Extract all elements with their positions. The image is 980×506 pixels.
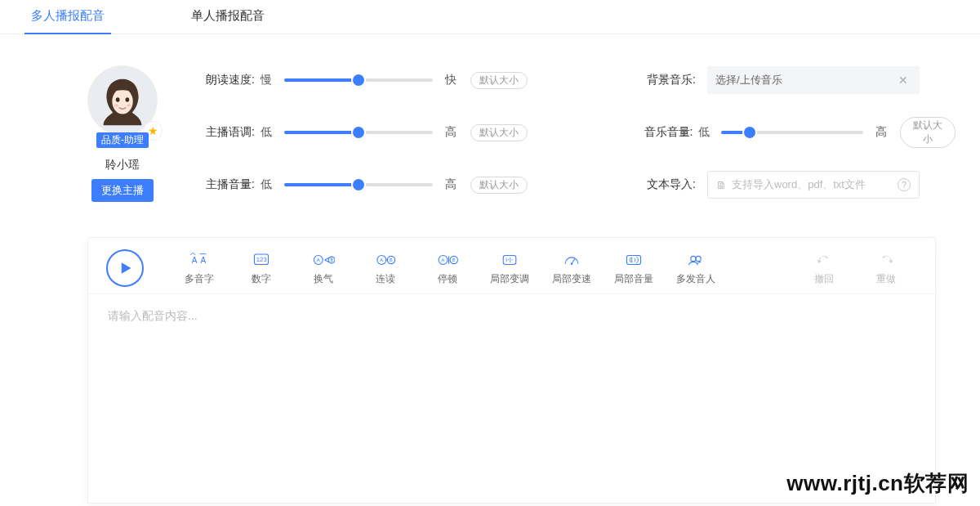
undo-icon xyxy=(813,251,835,269)
text-import-hint: 支持导入word、pdf、txt文件 xyxy=(732,177,866,192)
multi-speaker-icon xyxy=(684,251,707,269)
tool-redo[interactable]: 重做 xyxy=(855,251,917,286)
speed-reset-button[interactable]: 默认大小 xyxy=(470,72,528,89)
svg-text:A: A xyxy=(380,257,384,262)
breath-icon: AB xyxy=(312,251,335,269)
speed-label: 朗读速度: xyxy=(188,73,255,87)
svg-point-34 xyxy=(696,256,701,261)
local-volume-icon xyxy=(622,251,645,269)
volume-low: 低 xyxy=(255,177,278,192)
play-button[interactable] xyxy=(106,249,144,287)
tool-multi-speaker-label: 多发音人 xyxy=(676,272,715,286)
tone-label: 主播语调: xyxy=(188,125,255,140)
tool-polyphonic-label: 多音字 xyxy=(185,272,214,286)
svg-point-33 xyxy=(691,256,696,261)
tool-liaison-label: 连读 xyxy=(376,272,395,286)
editor-panel: A A 多音字 123 数字 AB 换气 AB 连读 xyxy=(87,237,936,504)
speed-slider[interactable] xyxy=(284,78,433,82)
text-import-button[interactable]: 🗎 支持导入word、pdf、txt文件 ? xyxy=(707,171,920,199)
tab-multi-voice[interactable]: 多人播报配音 xyxy=(24,0,111,34)
tone-low: 低 xyxy=(255,125,278,140)
bgm-label: 背景音乐: xyxy=(629,73,696,87)
row-text-import: 文本导入: 🗎 支持导入word、pdf、txt文件 ? xyxy=(629,170,956,199)
speed-high: 快 xyxy=(439,73,462,87)
tool-local-volume-label: 局部音量 xyxy=(614,272,653,286)
bgm-input[interactable]: 选择/上传音乐 ✕ xyxy=(707,66,920,94)
tool-multi-speaker[interactable]: 多发音人 xyxy=(665,251,727,286)
svg-text:B: B xyxy=(331,257,334,262)
polyphonic-icon: A A xyxy=(188,251,211,269)
anchor-quality-tag: 品质-助理 xyxy=(96,132,149,148)
svg-rect-25 xyxy=(503,255,516,264)
music-volume-label: 音乐音量: xyxy=(629,125,693,140)
tool-local-speed[interactable]: 局部变速 xyxy=(541,251,603,286)
liaison-icon: AB xyxy=(374,251,397,269)
tone-high: 高 xyxy=(439,125,462,140)
tool-pause[interactable]: AB 停顿 xyxy=(416,251,479,286)
watermark-text: www.rjtj.cn软荐网 xyxy=(786,469,969,498)
help-icon[interactable]: ? xyxy=(898,178,911,191)
svg-text:A: A xyxy=(201,255,207,264)
svg-point-31 xyxy=(571,262,572,264)
svg-point-1 xyxy=(112,88,132,114)
svg-rect-32 xyxy=(626,255,640,264)
tool-local-speed-label: 局部变速 xyxy=(552,272,591,286)
svg-point-3 xyxy=(126,97,130,101)
volume-high: 高 xyxy=(439,177,462,192)
tone-slider[interactable] xyxy=(284,131,433,134)
page-tabs: 多人播报配音 单人播报配音 xyxy=(0,0,980,34)
music-volume-slider[interactable] xyxy=(721,131,863,134)
tool-breath-label: 换气 xyxy=(314,272,333,286)
svg-point-5 xyxy=(127,104,131,106)
tool-local-pitch-label: 局部变调 xyxy=(490,272,529,286)
row-music-volume: 音乐音量: 低 高 默认大小 xyxy=(629,118,956,147)
svg-text:A: A xyxy=(192,255,198,264)
row-reading-speed: 朗读速度: 慢 快 默认大小 xyxy=(188,65,596,95)
svg-text:A: A xyxy=(316,257,320,262)
volume-reset-button[interactable]: 默认大小 xyxy=(470,177,528,194)
tool-pause-label: 停顿 xyxy=(438,272,457,286)
settings-panel: ★ 品质-助理 聆小瑶 更换主播 朗读速度: 慢 快 默认大小 主播语调: 低 … xyxy=(0,34,980,222)
tool-polyphonic[interactable]: A A 多音字 xyxy=(168,251,230,286)
tool-undo-label: 撤回 xyxy=(814,272,834,286)
local-pitch-icon xyxy=(498,251,521,269)
document-icon: 🗎 xyxy=(716,179,727,191)
tab-single-voice[interactable]: 单人播报配音 xyxy=(185,0,271,34)
row-bgm: 背景音乐: 选择/上传音乐 ✕ xyxy=(629,65,956,95)
music-volume-low: 低 xyxy=(693,125,715,140)
bgm-placeholder: 选择/上传音乐 xyxy=(715,73,895,87)
svg-text:123: 123 xyxy=(256,256,267,263)
editor-toolbar: A A 多音字 123 数字 AB 换气 AB 连读 xyxy=(88,238,935,294)
text-import-label: 文本导入: xyxy=(629,177,696,192)
tool-breath[interactable]: AB 换气 xyxy=(292,251,354,286)
volume-slider[interactable] xyxy=(284,183,433,186)
editor-textarea[interactable]: 请输入配音内容... xyxy=(88,294,935,338)
volume-label: 主播音量: xyxy=(188,177,255,192)
svg-point-2 xyxy=(116,97,120,101)
pause-icon: AB xyxy=(436,251,459,269)
tool-number[interactable]: 123 数字 xyxy=(230,251,292,286)
speed-low: 慢 xyxy=(255,73,278,87)
tool-redo-label: 重做 xyxy=(876,272,896,286)
svg-text:B: B xyxy=(452,257,456,262)
local-speed-icon xyxy=(560,251,583,269)
svg-text:B: B xyxy=(390,257,393,262)
svg-point-4 xyxy=(114,104,118,106)
close-icon[interactable]: ✕ xyxy=(895,74,911,87)
anchor-card: ★ 品质-助理 聆小瑶 更换主播 xyxy=(57,65,188,222)
anchor-avatar-wrap: ★ xyxy=(87,65,158,136)
svg-text:A: A xyxy=(441,257,445,262)
row-volume: 主播音量: 低 高 默认大小 xyxy=(188,170,596,199)
row-tone: 主播语调: 低 高 默认大小 xyxy=(188,118,596,147)
anchor-name: 聆小瑶 xyxy=(105,158,140,172)
tool-local-pitch[interactable]: 局部变调 xyxy=(479,251,541,286)
music-volume-high: 高 xyxy=(870,125,892,140)
swap-anchor-button[interactable]: 更换主播 xyxy=(91,179,154,202)
tool-local-volume[interactable]: 局部音量 xyxy=(603,251,665,286)
redo-icon xyxy=(875,251,898,269)
tool-number-label: 数字 xyxy=(252,272,271,286)
tool-liaison[interactable]: AB 连读 xyxy=(354,251,416,286)
music-volume-reset-button[interactable]: 默认大小 xyxy=(900,117,956,148)
tone-reset-button[interactable]: 默认大小 xyxy=(470,124,528,141)
tool-undo[interactable]: 撤回 xyxy=(793,251,855,286)
